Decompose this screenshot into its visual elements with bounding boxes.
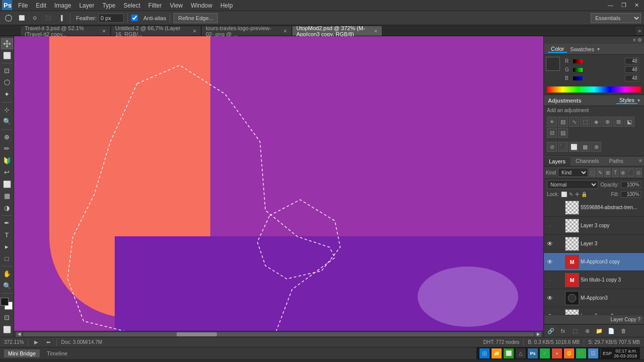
rect-select-btn[interactable]: ⬜: [16, 13, 27, 24]
app-icon-3[interactable]: ✓: [540, 348, 550, 358]
lock-move-icon[interactable]: ✛: [575, 192, 579, 197]
windows-icon[interactable]: ⊞: [479, 348, 490, 358]
menu-file[interactable]: File: [14, 1, 32, 10]
row-select-btn[interactable]: ⬛: [42, 13, 53, 24]
panel-icon-2[interactable]: ⚙: [637, 37, 642, 43]
marquee-tool[interactable]: ⊡: [1, 65, 13, 76]
layer-filter-toggle[interactable]: ⊙: [635, 168, 642, 177]
r-slider[interactable]: [573, 59, 623, 63]
clone-stamp-tool[interactable]: 🔰: [1, 155, 13, 166]
layer-item-3[interactable]: 👁 M M-AppIcon3 copy: [544, 253, 644, 271]
link-layers-btn[interactable]: 🔗: [546, 326, 556, 335]
status-btn-2[interactable]: ⬅: [44, 338, 52, 346]
opacity-input[interactable]: [621, 182, 641, 188]
threshold-icon[interactable]: ⬜: [569, 142, 579, 152]
menu-image[interactable]: Image: [50, 1, 75, 10]
add-mask-btn[interactable]: ⬚: [570, 326, 580, 335]
layer-filter-btn-2[interactable]: ✎: [597, 168, 603, 177]
tab-1-close[interactable]: ✕: [193, 29, 197, 34]
channel-mixer-icon[interactable]: ⊟: [547, 128, 557, 138]
mini-bridge-tab[interactable]: Mini Bridge: [4, 349, 40, 357]
layer-item-4[interactable]: · M Sin título-1 copy 3: [544, 271, 644, 289]
add-layer-btn[interactable]: 📄: [606, 326, 616, 335]
layer-item-1[interactable]: · Layer 3 copy: [544, 217, 644, 235]
layers-tab[interactable]: Layers: [544, 156, 571, 166]
layer-filter-btn-3[interactable]: ⊞: [604, 168, 611, 177]
color-spectrum-bar[interactable]: [547, 86, 641, 93]
color-tab[interactable]: Color: [548, 46, 567, 53]
foreground-color[interactable]: [1, 298, 9, 306]
layer-filter-btn-5[interactable]: ⊕: [620, 168, 626, 177]
layer-effects-btn[interactable]: fx: [558, 326, 568, 335]
quick-mask-btn[interactable]: ⊡: [1, 312, 13, 323]
unity-icon[interactable]: △: [516, 348, 526, 358]
layer-item-6[interactable]: 👁 Layer 3 copy 2: [544, 307, 644, 315]
select-color-icon[interactable]: ⊕: [591, 142, 601, 152]
scroll-right-btn[interactable]: ▶: [535, 332, 541, 337]
lasso-tool-btn[interactable]: [3, 13, 14, 24]
healing-brush-tool[interactable]: ⊕: [1, 131, 13, 142]
file-explorer-icon[interactable]: 📁: [492, 348, 502, 358]
menu-filter[interactable]: Filter: [144, 1, 166, 10]
artboard-tool[interactable]: ⬜: [1, 50, 13, 61]
add-adj-layer-btn[interactable]: ⊕: [582, 326, 592, 335]
screen-mode-btn[interactable]: ⬜: [1, 324, 13, 335]
history-brush-tool[interactable]: ↩: [1, 167, 13, 178]
anti-alias-checkbox[interactable]: [131, 15, 138, 21]
refine-edge-button[interactable]: Refine Edge...: [174, 13, 218, 23]
eraser-tool[interactable]: ⬜: [1, 179, 13, 190]
tab-3[interactable]: UtopMod2.psd @ 372% (M-AppIcon3 copy, RG…: [292, 26, 382, 36]
color-lookup-icon[interactable]: ▤: [558, 128, 568, 138]
h-scroll-thumb[interactable]: [23, 332, 534, 336]
col-select-btn[interactable]: ▐: [55, 13, 66, 24]
app-icon-4[interactable]: ✊: [564, 348, 574, 358]
menu-view[interactable]: View: [166, 1, 187, 10]
tab-2-close[interactable]: ✕: [283, 29, 287, 34]
vibrance-icon[interactable]: ◈: [591, 117, 601, 127]
layer-item-2[interactable]: 👁 Layer 3: [544, 235, 644, 253]
brush-tool[interactable]: ✏: [1, 143, 13, 154]
feather-input[interactable]: [99, 14, 124, 23]
dodge-tool[interactable]: ◑: [1, 203, 13, 214]
color-balance-icon[interactable]: ⊞: [613, 117, 623, 127]
kind-dropdown[interactable]: Kind: [558, 168, 588, 177]
timeline-tab[interactable]: Timeline: [43, 349, 71, 357]
gradient-tool[interactable]: ▦: [1, 191, 13, 202]
blend-mode-dropdown[interactable]: Normal: [547, 180, 598, 189]
app-icon-2[interactable]: ⬜: [504, 348, 514, 358]
layer-vis-4[interactable]: ·: [546, 276, 554, 284]
layer-vis-0[interactable]: ·: [546, 204, 554, 212]
b-value[interactable]: [625, 75, 639, 81]
path-select-tool[interactable]: ▸: [1, 241, 13, 252]
menu-layer[interactable]: Layer: [75, 1, 98, 10]
add-group-btn[interactable]: 📁: [594, 326, 604, 335]
layer-vis-2[interactable]: 👁: [546, 240, 554, 248]
move-tool[interactable]: [1, 38, 13, 49]
curves-icon[interactable]: ∿: [569, 117, 579, 127]
layer-vis-3[interactable]: 👁: [546, 258, 554, 266]
layer-item-0[interactable]: · 55596884-abstract-tren...: [544, 199, 644, 217]
exposure-icon[interactable]: ⬚: [580, 117, 590, 127]
ellipse-select-btn[interactable]: ⊙: [29, 13, 40, 24]
scroll-left-btn[interactable]: ◀: [16, 332, 22, 337]
b-slider[interactable]: [573, 76, 623, 80]
layer-filter-btn-1[interactable]: ⬚: [589, 168, 596, 177]
layer-filter-btn-6[interactable]: ⬛: [627, 168, 634, 177]
panel-icon-1[interactable]: ≡: [633, 37, 636, 43]
close-button[interactable]: ✕: [631, 2, 642, 9]
status-btn-1[interactable]: ▶: [32, 338, 40, 346]
tab-2[interactable]: tours-travles-logo-preview-02-.png @ ...…: [201, 26, 292, 36]
ps-taskbar-icon[interactable]: Ps: [528, 348, 538, 358]
maximize-button[interactable]: ❐: [618, 2, 629, 9]
app-icon-6[interactable]: 🖼: [588, 348, 598, 358]
text-tool[interactable]: T: [1, 230, 13, 241]
h-scrollbar[interactable]: ◀ ▶: [14, 331, 543, 337]
r-value[interactable]: [625, 58, 639, 64]
layer-vis-5[interactable]: 👁: [546, 294, 554, 302]
menu-window[interactable]: Window: [187, 1, 216, 10]
channels-tab[interactable]: Channels: [571, 156, 604, 166]
invert-icon[interactable]: ⊘: [547, 142, 557, 152]
magic-wand-tool[interactable]: ✦: [1, 89, 13, 100]
tab-0[interactable]: Travel-it 3.psd @ 52.1% (Travel-it2 copy…: [20, 26, 111, 36]
photo-filter-icon[interactable]: ⬕: [624, 117, 634, 127]
